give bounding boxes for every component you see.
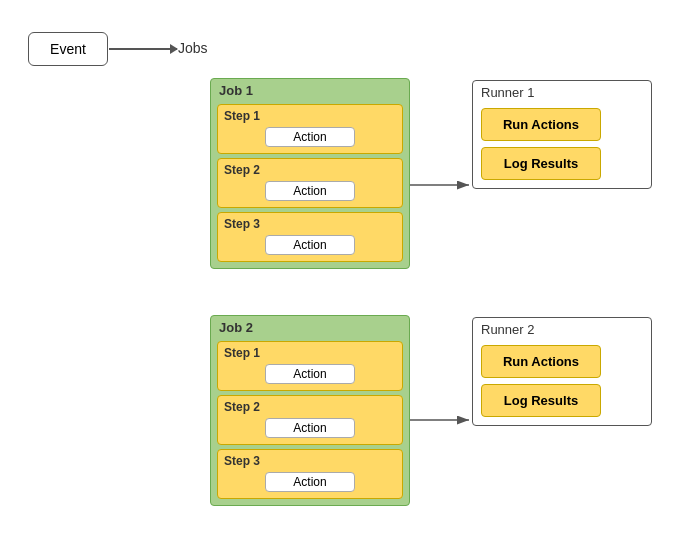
job2-step1-action: Action [265, 364, 355, 384]
job1-step1: Step 1 Action [217, 104, 403, 154]
job2-step3-label: Step 3 [224, 454, 396, 468]
job1-step2-label: Step 2 [224, 163, 396, 177]
job2-step2-action: Action [265, 418, 355, 438]
runner2-run-actions[interactable]: Run Actions [481, 345, 601, 378]
jobs-label: Jobs [178, 40, 208, 56]
job2-step3: Step 3 Action [217, 449, 403, 499]
job1-step2: Step 2 Action [217, 158, 403, 208]
runner1-log-results[interactable]: Log Results [481, 147, 601, 180]
runner2-buttons: Run Actions Log Results [473, 341, 651, 425]
job2-step1: Step 1 Action [217, 341, 403, 391]
runner1-buttons: Run Actions Log Results [473, 104, 651, 188]
job1-container: Job 1 Step 1 Action Step 2 Action Step 3… [210, 78, 410, 269]
job2-steps: Step 1 Action Step 2 Action Step 3 Actio… [217, 341, 403, 499]
job1-step1-action: Action [265, 127, 355, 147]
event-to-jobs-arrow [109, 48, 177, 50]
diagram: Event Jobs Job 1 Step 1 Action Step 2 Ac… [0, 0, 700, 558]
job2-step2: Step 2 Action [217, 395, 403, 445]
runner2-label: Runner 2 [473, 318, 651, 341]
runner1-run-actions[interactable]: Run Actions [481, 108, 601, 141]
job1-step2-action: Action [265, 181, 355, 201]
job1-label: Job 1 [211, 79, 409, 100]
job1-steps: Step 1 Action Step 2 Action Step 3 Actio… [217, 104, 403, 262]
job2-step1-label: Step 1 [224, 346, 396, 360]
job1-step3-label: Step 3 [224, 217, 396, 231]
job2-label: Job 2 [211, 316, 409, 337]
runner1-container: Runner 1 Run Actions Log Results [472, 80, 652, 189]
job2-container: Job 2 Step 1 Action Step 2 Action Step 3… [210, 315, 410, 506]
runner1-label: Runner 1 [473, 81, 651, 104]
event-box: Event [28, 32, 108, 66]
job1-step3: Step 3 Action [217, 212, 403, 262]
runner2-container: Runner 2 Run Actions Log Results [472, 317, 652, 426]
job1-step3-action: Action [265, 235, 355, 255]
runner2-log-results[interactable]: Log Results [481, 384, 601, 417]
job1-step1-label: Step 1 [224, 109, 396, 123]
job2-step3-action: Action [265, 472, 355, 492]
job2-step2-label: Step 2 [224, 400, 396, 414]
event-label: Event [50, 41, 86, 57]
